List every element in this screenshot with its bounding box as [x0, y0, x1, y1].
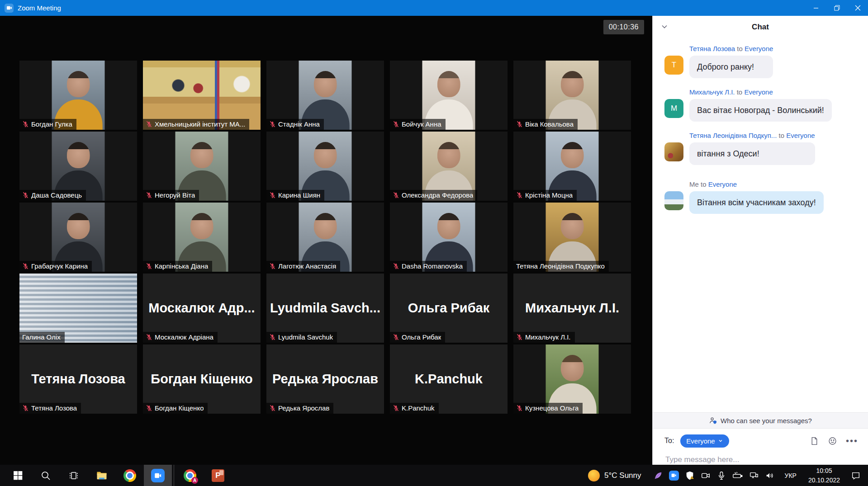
participant-tile[interactable]: Богдан Гулка: [19, 61, 137, 130]
mic-off-icon: [146, 121, 152, 127]
weather-widget[interactable]: 5°C Sunny: [581, 470, 648, 481]
taskbar-app-zoom[interactable]: [144, 465, 172, 486]
participant-tile[interactable]: Кузнецова Ольга: [513, 344, 631, 414]
network-tray-icon: [749, 471, 759, 481]
tray-security-shield-button[interactable]: [685, 471, 695, 481]
participant-tile[interactable]: Даша Садовець: [19, 132, 137, 201]
participant-name: Даша Садовець: [31, 191, 82, 199]
chat-collapse-button[interactable]: [660, 22, 669, 33]
tray-camera-button[interactable]: [701, 471, 711, 481]
mic-off-icon: [393, 192, 399, 198]
tray-microphone-button[interactable]: [716, 471, 726, 481]
mic-off-icon: [22, 405, 29, 411]
participant-tile[interactable]: Хмельницький інститут МА...: [143, 61, 261, 130]
clock[interactable]: 10:05 20.10.2022: [802, 466, 846, 485]
file-explorer-icon: [95, 469, 108, 482]
chrome-icon: [123, 469, 136, 482]
taskbar-apps: AP: [0, 465, 232, 486]
message-input[interactable]: [664, 455, 858, 465]
participant-tile[interactable]: Віка Ковальова: [513, 61, 631, 130]
more-options-button[interactable]: •••: [846, 439, 858, 443]
mic-off-icon: [393, 121, 399, 127]
tray-zoom-tray-button[interactable]: [669, 471, 679, 481]
minimize-button[interactable]: [806, 0, 826, 16]
restore-icon: [834, 5, 840, 11]
privacy-note[interactable]: Who can see your messages?: [653, 412, 868, 429]
message-sender: Тетяна Лозова: [689, 45, 735, 52]
profile-badge: A: [191, 477, 198, 484]
taskbar-app-start[interactable]: [4, 465, 32, 486]
taskbar-app-task-view[interactable]: [60, 465, 88, 486]
participant-tile[interactable]: Бойчук Анна: [390, 61, 508, 130]
tray-battery-button[interactable]: [732, 470, 743, 481]
message-sender: Me: [689, 180, 699, 188]
video-grid: Богдан ГулкаХмельницький інститут МА...С…: [19, 61, 631, 414]
participant-tile[interactable]: Dasha Romanovska: [390, 203, 508, 272]
participant-tile[interactable]: Карпінська Діана: [143, 203, 261, 272]
participant-tile[interactable]: Стаднік Анна: [266, 61, 384, 130]
close-button[interactable]: [847, 0, 868, 16]
tray-volume-button[interactable]: [765, 471, 775, 481]
mic-off-icon: [269, 192, 276, 198]
participant-tile[interactable]: Крістіна Моцна: [513, 132, 631, 201]
mic-off-icon: [269, 263, 276, 269]
participant-tile[interactable]: Lyudmila Savch...Lyudmila Savchuk: [266, 274, 384, 343]
chat-panel: Chat TТетяна Лозова to EveryoneДоброго р…: [652, 16, 868, 465]
participant-name-label: Богдан Гулка: [19, 119, 76, 130]
participant-tile[interactable]: Негоруй Віта: [143, 132, 261, 201]
participant-tile[interactable]: Редька ЯрославРедька Ярослав: [266, 344, 384, 414]
participant-tile[interactable]: Галина Оліх: [19, 274, 137, 343]
microphone-tray-icon: [716, 471, 726, 481]
participant-name-label: Хмельницький інститут МА...: [143, 119, 249, 130]
privacy-person-shield-icon: [709, 416, 717, 425]
participant-tile[interactable]: Ольга РибакОльга Рибак: [390, 274, 508, 343]
mic-off-icon: [22, 263, 29, 269]
participant-tile[interactable]: Михальчук Л.І.Михальчук Л.І.: [513, 274, 631, 343]
taskbar-app-file-explorer[interactable]: [88, 465, 116, 486]
message-recipient: Everyone: [708, 180, 737, 188]
window-title: Zoom Meeting: [18, 4, 61, 12]
participant-tile[interactable]: Тетяна ЛозоваТетяна Лозова: [19, 344, 137, 414]
participant-tile[interactable]: Карина Шиян: [266, 132, 384, 201]
taskbar-app-powerpoint[interactable]: P: [204, 465, 232, 486]
volume-tray-icon: [765, 471, 775, 481]
taskbar-app-search[interactable]: [32, 465, 60, 486]
file-attach-button[interactable]: [810, 436, 819, 446]
restore-button[interactable]: [826, 0, 847, 16]
participant-name: Тетяна Леонідівна Подкупко: [516, 262, 605, 270]
taskbar-app-chrome[interactable]: [116, 465, 144, 486]
action-center-button[interactable]: [846, 471, 868, 481]
message-avatar: [664, 191, 683, 210]
participant-tile[interactable]: Лаготюк Анастасія: [266, 203, 384, 272]
mic-off-icon: [393, 405, 399, 411]
mic-off-icon: [146, 192, 152, 198]
participant-name-label: Михальчук Л.І.: [513, 332, 575, 343]
privacy-note-text: Who can see your messages?: [721, 417, 812, 425]
participant-name-label: Лаготюк Анастасія: [266, 261, 340, 272]
mic-off-icon: [516, 121, 523, 127]
participant-name: Карина Шиян: [278, 191, 320, 199]
chat-message: MМихальчук Л.І. to EveryoneВас вітає Нов…: [664, 88, 860, 122]
participant-tile[interactable]: Москалюк Адр...Москалюк Адріана: [143, 274, 261, 343]
participant-tile[interactable]: Грабарчук Карина: [19, 203, 137, 272]
participant-name: Бойчук Анна: [402, 120, 441, 128]
participant-name: Тетяна Лозова: [31, 404, 77, 412]
participant-name-label: Карпінська Діана: [143, 261, 212, 272]
recipient-dropdown[interactable]: Everyone: [680, 434, 729, 448]
participant-tile[interactable]: Олександра Федорова: [390, 132, 508, 201]
message-bubble: Вітання всім учасникам заходу!: [689, 191, 824, 214]
message-recipient: Everyone: [745, 45, 773, 52]
participant-tile[interactable]: K.PanchukK.Panchuk: [390, 344, 508, 414]
meeting-timer: 00:10:36: [603, 20, 644, 34]
tray-feather-button[interactable]: [653, 471, 663, 481]
tray-network-button[interactable]: [749, 471, 759, 481]
emoji-button[interactable]: [828, 436, 837, 446]
mic-off-icon: [516, 334, 523, 340]
composer-actions: •••: [810, 436, 858, 446]
language-indicator[interactable]: УКР: [779, 472, 802, 479]
message-bubble: вітання з Одеси!: [689, 142, 815, 165]
participant-tile[interactable]: Богдан КіщенкоБогдан Кіщенко: [143, 344, 261, 414]
taskbar-app-chrome-profile[interactable]: A: [176, 465, 204, 486]
participant-tile[interactable]: Тетяна Леонідівна Подкупко: [513, 203, 631, 272]
participant-name: Карпінська Діана: [155, 262, 208, 270]
